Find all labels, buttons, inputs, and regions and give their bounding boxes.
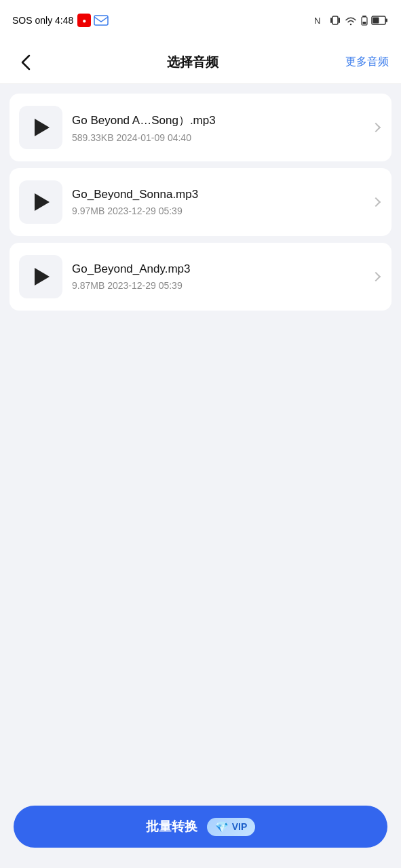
batch-convert-label: 批量转换 (146, 818, 197, 835)
batch-convert-button[interactable]: 批量转换 💎 VIP (14, 806, 387, 848)
diamond-icon: 💎 (215, 821, 229, 833)
svg-rect-9 (385, 19, 387, 22)
svg-rect-4 (339, 18, 340, 23)
file-info-2: Go_Beyond_Sonna.mp3 9.97MB 2023-12-29 05… (72, 188, 363, 216)
wifi-icon (344, 15, 358, 26)
more-audio-button[interactable]: 更多音频 (345, 55, 389, 69)
back-button[interactable] (12, 49, 39, 76)
play-triangle-icon (35, 119, 50, 136)
chevron-right-icon (371, 123, 381, 132)
play-button-2[interactable] (19, 180, 62, 224)
file-meta-3: 9.87MB 2023-12-29 05:39 (72, 280, 363, 291)
file-name-1: Go Beyond A…Song）.mp3 (72, 113, 363, 128)
notification-dot: ● (77, 14, 91, 27)
file-name-2: Go_Beyond_Sonna.mp3 (72, 188, 363, 201)
svg-rect-10 (373, 18, 379, 24)
file-list: Go Beyond A…Song）.mp3 589.33KB 2024-01-0… (0, 84, 401, 311)
file-item[interactable]: Go Beyond A…Song）.mp3 589.33KB 2024-01-0… (9, 94, 392, 161)
svg-rect-3 (330, 18, 332, 23)
status-bar: SOS only 4:48 ● N (0, 0, 401, 41)
file-name-3: Go_Beyond_Andy.mp3 (72, 262, 363, 276)
file-meta-1: 589.33KB 2024-01-09 04:40 (72, 132, 363, 143)
file-meta-2: 9.97MB 2023-12-29 05:39 (72, 205, 363, 216)
bottom-bar: 批量转换 💎 VIP (0, 795, 401, 868)
file-info-3: Go_Beyond_Andy.mp3 9.87MB 2023-12-29 05:… (72, 262, 363, 291)
play-button-3[interactable] (19, 255, 62, 298)
page-title: 选择音频 (167, 54, 218, 71)
play-triangle-icon (35, 268, 50, 285)
svg-rect-2 (332, 16, 338, 24)
svg-rect-0 (94, 16, 108, 25)
file-info-1: Go Beyond A…Song）.mp3 589.33KB 2024-01-0… (72, 113, 363, 143)
vip-label: VIP (232, 821, 248, 832)
svg-rect-7 (363, 22, 366, 24)
nav-bar: 选择音频 更多音频 (0, 41, 401, 84)
svg-text:N: N (314, 16, 320, 26)
chevron-right-icon (371, 272, 381, 281)
vibrate-icon (330, 14, 341, 26)
battery-warning-icon (361, 15, 368, 26)
sos-text: SOS only 4:48 (12, 15, 73, 26)
nfc-icon: N (314, 14, 326, 26)
chevron-right-icon (371, 197, 381, 207)
status-right-icons: N (314, 14, 389, 26)
play-triangle-icon (35, 193, 50, 211)
status-left: SOS only 4:48 ● (12, 13, 109, 28)
file-item[interactable]: Go_Beyond_Sonna.mp3 9.97MB 2023-12-29 05… (9, 168, 392, 236)
file-item[interactable]: Go_Beyond_Andy.mp3 9.87MB 2023-12-29 05:… (9, 243, 392, 311)
play-button-1[interactable] (19, 106, 62, 149)
mail-icon (94, 13, 109, 28)
vip-badge: 💎 VIP (207, 818, 256, 836)
battery-icon (371, 15, 389, 26)
status-app-icons: ● (77, 13, 109, 28)
